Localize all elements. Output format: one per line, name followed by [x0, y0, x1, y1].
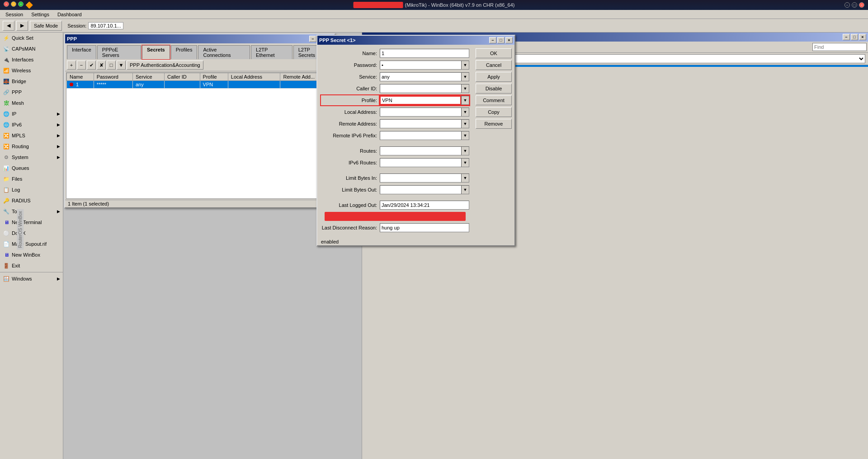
- maximize-button[interactable]: +: [18, 1, 24, 7]
- interfaces-icon: 🔌: [3, 56, 10, 63]
- remote-address-arrow-icon[interactable]: ▼: [461, 119, 469, 128]
- sidebar-item-interfaces[interactable]: 🔌 Interfaces: [0, 54, 63, 65]
- caller-id-input[interactable]: [380, 84, 461, 93]
- sidebar-item-dot1x[interactable]: ⚪ Dot1X: [0, 228, 63, 239]
- sidebar-item-capsman[interactable]: 📡 CAPsMAN: [0, 43, 63, 54]
- name-input[interactable]: [380, 49, 469, 58]
- ipv6-routes-input[interactable]: [380, 158, 461, 167]
- sidebar-item-quick-set[interactable]: ⚡ Quick Set: [0, 33, 63, 43]
- profile-arrow-icon[interactable]: ▼: [461, 96, 469, 105]
- sidebar-item-new-winbox[interactable]: 🖥 New WinBox: [0, 249, 63, 260]
- sidebar-item-new-terminal[interactable]: 🖥 New Terminal: [0, 217, 63, 228]
- auth-accounting-button[interactable]: PPP Authentication&Accounting: [127, 61, 203, 70]
- right-panel-minimize[interactable]: −: [843, 34, 850, 40]
- cancel-button[interactable]: Cancel: [476, 60, 512, 70]
- routes-arrow-icon[interactable]: ▼: [461, 146, 469, 155]
- sidebar-item-tools[interactable]: 🔧 Tools ▶: [0, 206, 63, 217]
- routes-input[interactable]: [380, 146, 461, 155]
- sidebar-item-make-supout[interactable]: 📄 Make Supout.rif: [0, 239, 63, 249]
- close-button[interactable]: ×: [4, 1, 9, 7]
- menu-settings[interactable]: Settings: [28, 11, 53, 18]
- secret-close-button[interactable]: ×: [505, 37, 513, 43]
- password-input[interactable]: [380, 61, 461, 70]
- limit-bytes-out-input[interactable]: [380, 185, 461, 194]
- tab-profiles[interactable]: Profiles: [171, 45, 198, 59]
- right-panel-close[interactable]: ×: [859, 34, 866, 40]
- name-row: Name:: [321, 48, 469, 58]
- copy-button[interactable]: Copy: [476, 107, 512, 117]
- remote-address-input[interactable]: [380, 119, 461, 128]
- comment-button[interactable]: Comment: [476, 95, 512, 105]
- sidebar-item-log[interactable]: 📋 Log: [0, 184, 63, 195]
- disable-button[interactable]: Disable: [476, 84, 512, 94]
- ppp-minimize-button[interactable]: −: [309, 36, 316, 42]
- service-arrow-icon[interactable]: ▼: [461, 72, 469, 81]
- enable-button[interactable]: ✔: [87, 61, 96, 70]
- local-address-arrow-icon[interactable]: ▼: [461, 108, 469, 117]
- main-toolbar: ◀ ▶ Safe Mode Session: 89.107.10.1...: [0, 19, 868, 33]
- minimize-button[interactable]: −: [11, 1, 16, 7]
- close-right-button[interactable]: ×: [859, 2, 864, 8]
- remote-ipv6-prefix-arrow-icon[interactable]: ▼: [461, 131, 469, 140]
- maximize-right-button[interactable]: □: [852, 2, 857, 8]
- sidebar-item-system[interactable]: ⚙ System ▶: [0, 152, 63, 163]
- menu-session[interactable]: Session: [2, 11, 27, 18]
- title-bar-controls-right[interactable]: − □ ×: [844, 2, 864, 8]
- ok-button[interactable]: OK: [476, 48, 512, 58]
- table-row[interactable]: 1 ***** any VPN: [67, 81, 333, 89]
- copy-button[interactable]: □: [107, 61, 116, 70]
- remote-ipv6-prefix-label: Remote IPv6 Prefix:: [321, 133, 380, 138]
- right-panel-maximize[interactable]: □: [851, 34, 858, 40]
- sidebar-item-wireless[interactable]: 📶 Wireless: [0, 65, 63, 76]
- disable-button[interactable]: ✘: [97, 61, 106, 70]
- sidebar-item-routing[interactable]: 🔀 Routing ▶: [0, 141, 63, 152]
- sidebar-item-mpls[interactable]: 🔀 MPLS ▶: [0, 130, 63, 141]
- sidebar-item-ip[interactable]: 🌐 IP ▶: [0, 108, 63, 119]
- filter-button[interactable]: ▼: [117, 61, 126, 70]
- safe-mode-button[interactable]: Safe Mode: [30, 21, 62, 31]
- limit-bytes-out-arrow-icon[interactable]: ▼: [461, 185, 469, 194]
- queues-icon: 📊: [3, 164, 10, 172]
- right-panel-controls[interactable]: − □ ×: [843, 34, 866, 40]
- tab-pppoe-servers[interactable]: PPPoE Servers: [97, 45, 141, 59]
- ipv6-routes-arrow-icon[interactable]: ▼: [461, 158, 469, 167]
- sidebar-item-files[interactable]: 📁 Files: [0, 173, 63, 184]
- sidebar-item-windows[interactable]: 🪟 Windows ▶: [0, 273, 63, 284]
- minimize-right-button[interactable]: −: [844, 2, 850, 8]
- service-input[interactable]: [380, 72, 461, 81]
- tab-l2tp-ethernet[interactable]: L2TP Ethernet: [251, 45, 292, 59]
- caller-id-arrow-icon[interactable]: ▼: [461, 84, 469, 93]
- sidebar-item-mesh[interactable]: 🕸 Mesh: [0, 98, 63, 108]
- add-button[interactable]: +: [67, 61, 76, 70]
- back-button[interactable]: ◀: [3, 21, 14, 31]
- limit-bytes-in-arrow-icon[interactable]: ▼: [461, 173, 469, 183]
- tab-secrets[interactable]: Secrets: [142, 45, 170, 59]
- secret-minimize-button[interactable]: −: [489, 37, 496, 43]
- ipv6-routes-field-container: ▼: [380, 158, 469, 167]
- find-input[interactable]: [812, 43, 867, 51]
- ppp-window-title: PPP: [67, 36, 77, 42]
- sidebar-item-ipv6[interactable]: 🌐 IPv6 ▶: [0, 119, 63, 130]
- apply-button[interactable]: Apply: [476, 72, 512, 82]
- profile-input[interactable]: [380, 96, 461, 105]
- secret-maximize-button[interactable]: □: [497, 37, 505, 43]
- tab-interface[interactable]: Interface: [67, 45, 96, 59]
- ipv6-routes-row: IPv6 Routes: ▼: [321, 158, 469, 168]
- forward-button[interactable]: ▶: [16, 21, 28, 31]
- sidebar-item-radius[interactable]: 🔑 RADIUS: [0, 195, 63, 206]
- window-controls-left[interactable]: × − + 🔶: [4, 1, 35, 9]
- sidebar-item-queues[interactable]: 📊 Queues: [0, 163, 63, 173]
- limit-bytes-in-input[interactable]: [380, 173, 461, 183]
- remote-ipv6-prefix-input[interactable]: [380, 131, 461, 140]
- tab-active-connections[interactable]: Active Connections: [198, 45, 250, 59]
- remove-button[interactable]: Remove: [476, 119, 512, 129]
- ppp-secret-controls[interactable]: − □ ×: [489, 37, 513, 43]
- local-address-input[interactable]: [380, 108, 461, 117]
- sidebar-item-ppp[interactable]: 🔗 PPP: [0, 87, 63, 98]
- mpls-arrow-icon: ▶: [57, 133, 60, 138]
- sidebar-item-bridge[interactable]: 🌉 Bridge: [0, 76, 63, 87]
- sidebar-item-exit[interactable]: 🚪 Exit: [0, 260, 63, 271]
- password-arrow-icon[interactable]: ▼: [461, 61, 469, 70]
- menu-dashboard[interactable]: Dashboard: [54, 11, 85, 18]
- remove-button[interactable]: −: [77, 61, 86, 70]
